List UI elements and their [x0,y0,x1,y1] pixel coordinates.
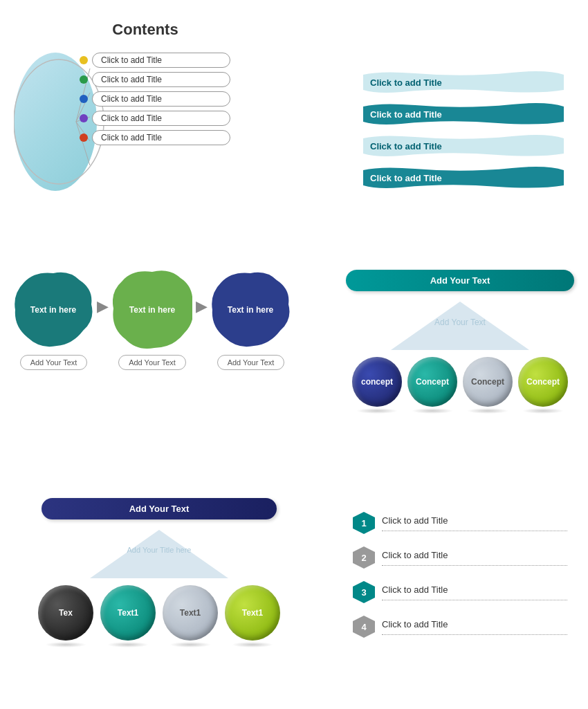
num-content-1: Click to add Title [382,515,567,531]
num-item-2[interactable]: 2 Click to add Title [353,546,567,569]
bl-shadow-1 [45,642,86,647]
mind-dot-2 [80,75,88,84]
num-title-2[interactable]: Click to add Title [382,550,567,560]
blob-label-2[interactable]: Add Your Text [118,355,186,370]
blob-svg-2: Text in here [113,270,192,349]
blob-section: Text in here Add Your Text ▶ Text in her… [14,270,291,380]
bl-balls: Tex Text1 Text1 Text1 [42,585,277,647]
mind-dot-3 [80,95,88,103]
brush-item-4[interactable]: Click to add Title [360,165,567,191]
svg-marker-10 [90,530,228,578]
ball-shadow-3 [467,408,508,414]
blob-label-1[interactable]: Add Your Text [20,355,88,370]
bl-arrow-svg [90,530,228,578]
mind-dot-5 [80,133,88,142]
blob-item-2: Text in here Add Your Text [113,270,192,370]
concept-arrow-wrap: Add Your Text [346,298,574,353]
concept-ball-3[interactable]: Concept [463,357,513,407]
svg-text:Text in here: Text in here [228,305,274,315]
concept-ball-4[interactable]: Concept [518,357,568,407]
bl-ball-1[interactable]: Tex [38,585,93,641]
concept-header[interactable]: Add Your Text [346,270,574,291]
num-dots-1 [382,528,567,531]
bl-ball-4[interactable]: Text1 [225,585,280,641]
brush-item-1[interactable]: Click to add Title [360,69,567,95]
num-content-2: Click to add Title [382,550,567,566]
mind-box-1[interactable]: Click to add Title [92,53,230,68]
num-hex-1: 1 [353,512,375,534]
svg-text:Text in here: Text in here [30,305,77,315]
bl-shadow-4 [232,642,273,647]
mind-items: Click to add Title Click to add Title Cl… [80,53,230,145]
bl-shadow-3 [169,642,211,647]
mind-item-3[interactable]: Click to add Title [80,91,230,107]
brush-text-1: Click to add Title [360,77,442,88]
num-hex-2: 2 [353,546,375,569]
mind-dot-4 [80,114,88,122]
brush-item-3[interactable]: Click to add Title [360,133,567,159]
svg-text:Text in here: Text in here [129,305,175,315]
brush-item-2[interactable]: Click to add Title [360,101,567,127]
ball-shadow-2 [412,408,453,414]
contents-title: Contents [14,21,277,39]
concept-ball-1[interactable]: concept [352,357,402,407]
blob-arrow-1: ▶ [93,297,113,316]
brush-text-4: Click to add Title [360,173,442,183]
mind-box-4[interactable]: Click to add Title [92,111,230,126]
blob-item-3: Text in here Add Your Text [211,270,291,370]
contents-section: Contents Click to add Title Click to add… [14,21,277,198]
num-item-4[interactable]: 4 Click to add Title [353,616,567,638]
blob-svg-3: Text in here [211,270,291,349]
brush-section: Click to add Title Click to add Title Cl… [360,69,567,196]
mind-box-5[interactable]: Click to add Title [92,130,230,145]
num-content-4: Click to add Title [382,619,567,635]
num-title-3[interactable]: Click to add Title [382,584,567,595]
blob-arrow-2: ▶ [192,297,212,316]
blob-label-3[interactable]: Add Your Text [217,355,285,370]
blob-item-1: Text in here Add Your Text [14,270,93,370]
num-item-1[interactable]: 1 Click to add Title [353,512,567,534]
blob-svg-1: Text in here [14,270,93,349]
num-title-4[interactable]: Click to add Title [382,619,567,629]
concept-balls: concept Concept Concept Concept [346,357,574,414]
bl-arrow-wrap: Add Your Title here [42,526,277,582]
num-item-3[interactable]: 3 Click to add Title [353,581,567,603]
bottom-left-section: Add Your Text Add Your Title here Tex Te… [42,498,277,647]
bl-ball-2[interactable]: Text1 [100,585,156,641]
bl-arrow-text: Add Your Title here [42,546,277,554]
numbered-section: 1 Click to add Title 2 Click to add Titl… [353,512,567,650]
num-hex-4: 4 [353,616,375,638]
brush-text-2: Click to add Title [360,109,442,120]
concept-ball-2[interactable]: Concept [407,357,457,407]
ball-shadow-4 [522,408,564,414]
concept-arrow-text: Add Your Text [346,317,574,327]
num-dots-2 [382,563,567,566]
mind-dot-1 [80,56,88,64]
num-content-3: Click to add Title [382,584,567,600]
bl-header[interactable]: Add Your Text [42,498,277,519]
bl-shadow-2 [107,642,149,647]
num-title-1[interactable]: Click to add Title [382,515,567,526]
concept-section: Add Your Text Add Your Text concept Conc… [346,270,574,414]
num-dots-4 [382,632,567,635]
blob-row: Text in here Add Your Text ▶ Text in her… [14,270,291,370]
mind-item-2[interactable]: Click to add Title [80,72,230,87]
brush-text-3: Click to add Title [360,141,442,151]
ball-shadow-1 [356,408,398,414]
mind-box-3[interactable]: Click to add Title [92,91,230,107]
mind-map-container: Click to add Title Click to add Title Cl… [14,46,263,198]
bl-ball-3[interactable]: Text1 [163,585,218,641]
num-hex-3: 3 [353,581,375,603]
num-dots-3 [382,598,567,600]
mind-box-2[interactable]: Click to add Title [92,72,230,87]
mind-item-5[interactable]: Click to add Title [80,130,230,145]
mind-item-1[interactable]: Click to add Title [80,53,230,68]
mind-item-4[interactable]: Click to add Title [80,111,230,126]
